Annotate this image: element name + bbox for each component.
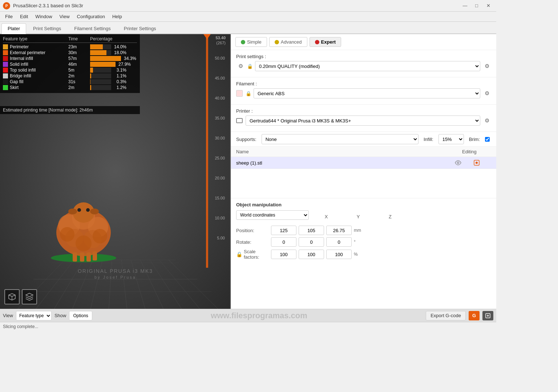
printer-options-gear[interactable]: ⚙ xyxy=(482,116,491,125)
svg-point-9 xyxy=(60,227,74,242)
stats-color-swatch xyxy=(3,79,8,84)
stats-row-bar-cell: 3.1% xyxy=(90,68,126,73)
object-visibility-icon[interactable] xyxy=(454,159,462,167)
mode-expert-button[interactable]: Expert xyxy=(310,37,341,47)
stats-row-name: Internal infill xyxy=(10,56,33,61)
view-select[interactable]: Feature type xyxy=(16,311,52,320)
col-time: Time xyxy=(68,36,90,41)
stats-row-label: Internal infill xyxy=(3,56,68,61)
stats-row: Top solid infill5m3.1% xyxy=(3,68,137,73)
layers-icon[interactable] xyxy=(22,289,37,304)
menu-view[interactable]: View xyxy=(56,12,73,21)
printer-select[interactable]: Gertruda644 * Original Prusa i3 MK3S & M… xyxy=(246,116,480,126)
cube-icon[interactable] xyxy=(4,289,20,304)
scale-x-input[interactable] xyxy=(271,250,296,259)
svg-rect-18 xyxy=(80,252,84,262)
gcode-icon[interactable]: G xyxy=(469,311,480,320)
position-z-input[interactable] xyxy=(326,226,352,235)
stats-bar-fill xyxy=(90,85,91,90)
rotate-z-input[interactable] xyxy=(326,237,352,247)
stats-row-name: Perimeter xyxy=(10,44,29,49)
stats-row-name: Bridge infill xyxy=(10,73,31,78)
mode-simple-button[interactable]: Simple xyxy=(235,37,267,47)
minimize-button[interactable]: — xyxy=(460,2,470,10)
stats-bar-fill xyxy=(90,56,121,61)
menu-file[interactable]: File xyxy=(1,12,16,21)
scale-label-container: 🔒 Scale factors: xyxy=(236,249,269,260)
stats-row-time: 5m xyxy=(68,68,90,73)
col-percentage: Percentage xyxy=(90,36,126,41)
scale-y-input[interactable] xyxy=(299,250,324,259)
supports-label: Supports: xyxy=(236,137,256,142)
mode-advanced-label: Advanced xyxy=(281,39,302,45)
position-x-input[interactable] xyxy=(271,226,296,235)
maximize-button[interactable]: □ xyxy=(472,2,482,10)
left-panel: Feature type Time Percentage Perimeter23… xyxy=(0,34,231,309)
stats-bar-bg xyxy=(90,68,111,73)
slice-icon[interactable] xyxy=(482,311,493,320)
scale-label: Scale factors: xyxy=(244,249,269,260)
tab-filament-settings[interactable]: Filament Settings xyxy=(68,23,117,33)
print-settings-gear[interactable]: ⚙ xyxy=(236,62,245,70)
stats-bar-fill xyxy=(90,44,103,49)
stats-row-label: External perimeter xyxy=(3,50,68,55)
stats-row: Perimeter23m14.0% xyxy=(3,44,137,49)
stats-row-bar-cell: 1.2% xyxy=(90,85,126,90)
stats-row-name: Solid infill xyxy=(10,62,28,67)
mode-advanced-button[interactable]: Advanced xyxy=(269,37,307,47)
stats-bar-bg xyxy=(90,50,111,55)
infill-select[interactable]: 15% xyxy=(438,134,464,144)
stats-color-swatch xyxy=(3,56,8,61)
col-editing: Editing xyxy=(462,149,491,154)
close-button[interactable]: ✕ xyxy=(483,2,493,10)
export-gcode-button[interactable]: Export G-code xyxy=(426,311,466,320)
view-label: View xyxy=(3,313,13,318)
mode-expert-label: Expert xyxy=(321,39,336,45)
window-controls: — □ ✕ xyxy=(460,2,493,10)
stats-row-name: External perimeter xyxy=(10,50,45,55)
ruler-15: 15.00 xyxy=(215,196,225,200)
stats-row-label: Top solid infill xyxy=(3,68,68,73)
scale-lock-icon[interactable]: 🔒 xyxy=(236,251,242,257)
sheep-model xyxy=(47,185,120,265)
tab-print-settings[interactable]: Print Settings xyxy=(27,23,67,33)
options-button[interactable]: Options xyxy=(69,311,92,320)
object-edit-icon[interactable] xyxy=(473,159,481,167)
svg-rect-17 xyxy=(73,252,77,262)
stats-bar-fill xyxy=(90,62,116,67)
menu-window[interactable]: Window xyxy=(32,12,56,21)
brim-checkbox[interactable] xyxy=(485,137,490,142)
stats-row-time: 57m xyxy=(68,56,90,61)
tab-plater[interactable]: Plater xyxy=(1,23,26,34)
mode-buttons: Simple Advanced Expert xyxy=(231,34,496,50)
stats-row-pct: 14.0% xyxy=(113,44,126,49)
rotate-label: Rotate: xyxy=(236,239,269,245)
print-settings-lock: 🔒 xyxy=(247,64,253,69)
svg-text:P: P xyxy=(5,4,8,8)
world-coords-select[interactable]: World coordinates xyxy=(236,210,309,220)
menu-help[interactable]: Help xyxy=(109,12,126,21)
stats-row-time: 31s xyxy=(68,79,90,84)
filament-select[interactable]: Generic ABS xyxy=(254,88,480,98)
orange-slider-bar[interactable] xyxy=(206,34,208,268)
filament-options-gear[interactable]: ⚙ xyxy=(482,89,491,98)
bottom-toolbar: View Feature type Show Options www.files… xyxy=(0,309,496,322)
stats-row-pct: 1.1% xyxy=(113,73,126,78)
position-unit: mm xyxy=(354,228,361,233)
viewport-icons xyxy=(4,289,37,304)
print-settings-select[interactable]: 0.20mm QUALITY (modified) xyxy=(255,61,480,71)
svg-point-14 xyxy=(86,208,90,212)
print-settings-options-gear[interactable]: ⚙ xyxy=(482,62,491,70)
supports-select[interactable]: None xyxy=(262,134,418,144)
menu-edit[interactable]: Edit xyxy=(16,12,32,21)
svg-point-10 xyxy=(93,229,107,243)
position-label: Position: xyxy=(236,228,269,233)
position-y-input[interactable] xyxy=(299,226,324,235)
rotate-x-input[interactable] xyxy=(271,237,296,247)
col-name: Name xyxy=(236,149,462,154)
tab-printer-settings[interactable]: Printer Settings xyxy=(118,23,162,33)
menu-configuration[interactable]: Configuration xyxy=(73,12,109,21)
stats-row-bar-cell: 14.0% xyxy=(90,44,126,49)
rotate-y-input[interactable] xyxy=(299,237,324,247)
scale-z-input[interactable] xyxy=(326,250,352,259)
